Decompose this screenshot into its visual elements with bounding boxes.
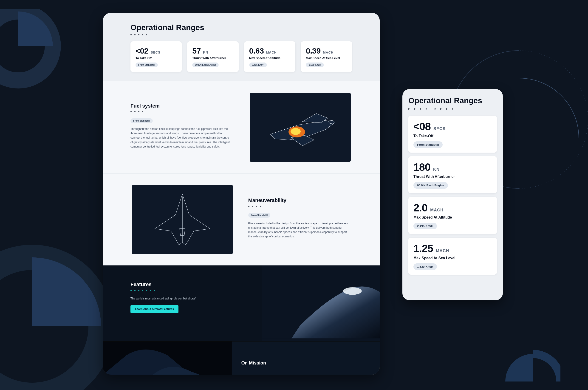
accent-dots (130, 34, 352, 35)
stat-value: 0.63 (249, 47, 264, 55)
mission-title: On Mission (241, 360, 371, 366)
play-indicator-row (408, 108, 497, 110)
stat-unit: KN (203, 50, 208, 54)
features-hero-image (262, 265, 380, 341)
play-icon (420, 108, 421, 110)
stat-unit: KN (433, 167, 440, 172)
stat-pill: From Standstill (414, 141, 443, 148)
play-icon (435, 108, 436, 110)
stat-value: 0.39 (306, 47, 321, 55)
stat-card-thrust: 57 KN Thrust With Afterburner 90 KN Each… (187, 41, 238, 72)
stat-unit: SECS (433, 126, 446, 131)
maneuver-section: Maneuverability From Standstill Pilots w… (103, 173, 380, 265)
play-icon (446, 108, 448, 110)
svg-point-13 (343, 287, 362, 295)
stat-card-altitude: 0.63 MACH Max Speed At Altitude 2,495 Km… (244, 41, 295, 72)
stat-value: 180 (414, 161, 430, 173)
maneuver-pill: From Standstill (248, 213, 271, 218)
stat-card-row: <02 SECS To Take-Off From Standstill 57 … (130, 41, 352, 72)
svg-point-0 (0, 11, 53, 80)
mobile-showcase: Operational Ranges <08 SECS To Take-Off … (402, 89, 503, 300)
play-icon (408, 108, 410, 110)
stat-card-takeoff: <02 SECS To Take-Off From Standstill (130, 41, 182, 72)
stat-pill: From Standstill (135, 62, 158, 67)
stat-label: Max Speed At Sea Level (414, 256, 492, 260)
features-subtitle: The world's most advanced swing-role com… (130, 297, 248, 300)
mission-image (103, 341, 232, 375)
stat-unit: SECS (151, 50, 160, 54)
stat-card-takeoff: <08 SECS To Take-Off From Standstill (408, 116, 497, 153)
stat-pill: 90 KN Each Engine (414, 182, 448, 189)
section-title: Operational Ranges (130, 23, 352, 32)
desktop-showcase: Operational Ranges <02 SECS To Take-Off … (103, 13, 380, 375)
stat-label: Thrust With Afterburner (192, 56, 233, 60)
features-band: Features The world's most advanced swing… (103, 265, 380, 341)
stat-unit: MACH (323, 50, 334, 54)
stat-pill: 2,495 Km/H (414, 223, 437, 229)
stat-card-sealevel: 1.25 MACH Max Speed At Sea Level 1,530 K… (408, 238, 497, 275)
fuel-section: Fuel system From Standstill Throughout t… (103, 81, 380, 173)
stat-unit: MACH (266, 50, 277, 54)
svg-point-1 (0, 257, 101, 390)
play-icon (452, 108, 453, 110)
stat-unit: MACH (436, 248, 449, 253)
stat-label: To Take-Off (414, 134, 492, 138)
stat-pill: 90 KN Each Engine (192, 62, 219, 67)
maneuver-jet-illustration (132, 185, 233, 254)
stat-value: 57 (192, 47, 201, 55)
fuel-pill: From Standstill (130, 118, 153, 123)
maneuver-title: Maneuverability (248, 197, 352, 203)
fuel-body: Throughout the aircraft flexible couplin… (130, 127, 232, 149)
stat-label: Thrust With Afterburner (414, 175, 492, 179)
play-icon (440, 108, 442, 110)
play-icon (414, 108, 416, 110)
accent-dots (130, 111, 235, 112)
stat-label: Max Speed At Sea Level (306, 56, 347, 60)
features-title: Features (130, 282, 248, 288)
learn-features-button[interactable]: Learn About Aircraft Features (130, 305, 178, 313)
bg-arc-bottom-right (501, 336, 560, 390)
play-icon (426, 108, 427, 110)
stat-card-altitude: 2.0 MACH Max Speed At Altitude 2,495 Km/… (408, 197, 497, 234)
maneuver-body: Pilots were included in the design from … (248, 221, 349, 239)
fuel-title: Fuel system (130, 103, 235, 109)
operational-ranges-header: Operational Ranges <02 SECS To Take-Off … (103, 13, 380, 81)
mission-band: On Mission (103, 341, 380, 375)
bg-arc-top-left (0, 9, 74, 92)
stat-label: Max Speed At Altitude (414, 215, 492, 219)
stat-value: <08 (414, 120, 431, 133)
fuel-jet-illustration (250, 93, 351, 162)
stat-label: To Take-Off (135, 56, 177, 60)
accent-dots (248, 206, 352, 207)
stat-value: <02 (135, 47, 148, 55)
section-title: Operational Ranges (408, 96, 497, 105)
stat-unit: MACH (430, 208, 444, 213)
stat-value: 1.25 (414, 242, 433, 255)
stat-pill: 1,530 Km/H (414, 263, 437, 270)
stat-card-thrust: 180 KN Thrust With Afterburner 90 KN Eac… (408, 156, 497, 193)
svg-point-8 (291, 128, 301, 135)
stat-card-sealevel: 0.39 MACH Max Speed At Sea Level 1,530 K… (301, 41, 352, 72)
stat-label: Max Speed At Altitude (249, 56, 290, 60)
accent-dots (130, 290, 248, 291)
stat-value: 2.0 (414, 201, 427, 214)
stat-pill: 1,530 Km/H (306, 62, 324, 67)
stat-pill: 2,495 Km/H (249, 62, 267, 67)
